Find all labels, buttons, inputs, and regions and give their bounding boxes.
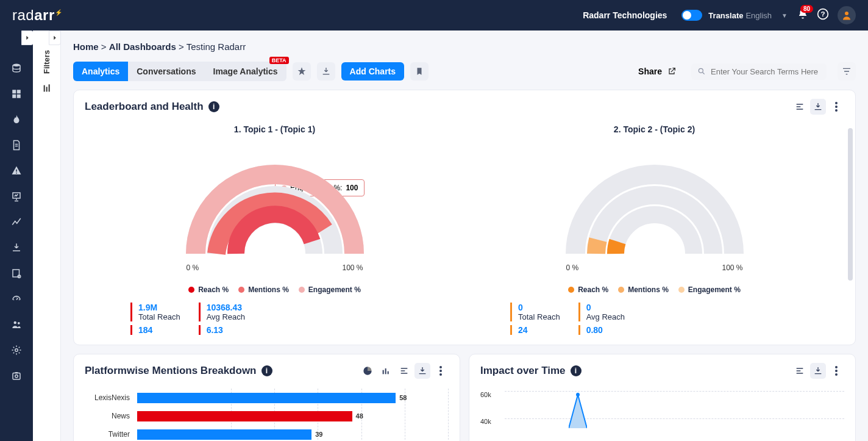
star-icon [297,66,307,76]
topic-2: 2. Topic 2 - (Topic 2) 0 %100 [464,124,844,335]
org-name[interactable]: Radarr Technologies [583,10,667,20]
svg-point-27 [835,106,838,108]
tab-row: Analytics Conversations Image Analytics … [73,62,856,81]
tab-analytics[interactable]: Analytics [73,62,128,81]
legend-2: Reach % Mentions % Engagement % [464,285,844,294]
tab-conversations[interactable]: Conversations [128,62,204,81]
nav-present-icon[interactable] [10,190,23,203]
help-button[interactable]: ? [817,8,829,23]
nav-analytics-icon[interactable] [10,216,23,228]
svg-rect-19 [13,373,20,380]
bar-button[interactable] [378,363,394,379]
expand-nav-button[interactable] [21,30,34,45]
gauge-1 [85,144,464,260]
impact-card: Impact over Time i 60k40k [469,354,856,441]
search-input[interactable] [711,67,820,76]
nav-trending-icon[interactable] [10,113,23,126]
nav-download-icon[interactable] [10,242,23,254]
svg-text:?: ? [820,10,825,18]
nav-alerts-icon[interactable] [10,165,23,177]
nav-settings-icon[interactable] [10,344,23,356]
favorite-button[interactable] [293,62,311,81]
more-button[interactable] [828,363,844,379]
bookmark-icon [415,67,424,76]
tab-image-analytics[interactable]: Image Analytics BETA [205,62,286,81]
add-charts-button[interactable]: Add Charts [341,62,404,81]
notif-badge: 80 [800,5,813,13]
share-label: Share [638,66,662,76]
share-button[interactable]: Share [638,66,677,76]
lines-button[interactable] [396,363,412,379]
topbar: radarr⚡ Radarr Technologies Translate En… [0,0,868,30]
gauge-1-lo: 0 % [187,264,199,272]
search-icon [697,67,706,76]
card-download-button[interactable] [810,99,826,115]
svg-point-25 [699,68,703,73]
bar-row-lexisnexis: LexisNexis 58 [85,389,449,407]
info-icon[interactable]: i [261,365,272,376]
search-box[interactable] [691,63,827,80]
filter-button[interactable] [838,62,856,81]
info-icon[interactable]: i [208,101,219,112]
nav-doc-icon[interactable] [10,139,23,151]
svg-rect-7 [17,95,21,98]
translate-toggle[interactable] [681,10,702,21]
scrollbar[interactable] [848,128,853,281]
more-button[interactable] [433,363,449,379]
expand-filters-button[interactable] [49,30,61,45]
svg-rect-30 [385,368,386,374]
svg-rect-9 [16,173,17,174]
chevron-down-icon[interactable]: ▼ [781,12,788,19]
nav-data-icon[interactable] [10,62,23,74]
svg-point-13 [13,299,15,301]
chevron-right-icon [24,35,30,41]
svg-point-35 [835,366,838,368]
bar[interactable] [137,411,352,421]
svg-rect-5 [17,90,21,93]
avatar-button[interactable] [838,6,856,24]
impact-chart: 60k40k [469,382,855,441]
svg-rect-4 [12,90,16,93]
bars-icon[interactable] [42,84,52,96]
gauge-2-lo: 0 % [566,264,579,272]
nav-meter-icon[interactable] [10,293,23,305]
bar-row-news: News 48 [85,407,449,425]
bar[interactable] [137,429,311,440]
translate-label: Translate [708,11,743,20]
card-lines-button[interactable] [792,99,808,115]
logo[interactable]: radarr⚡ [12,7,62,24]
svg-point-20 [15,375,18,378]
pie-button[interactable] [360,363,375,379]
nav-dashboards-icon[interactable] [10,88,23,100]
tab-image-label: Image Analytics [213,66,278,76]
breadcrumb-home[interactable]: Home [73,41,99,52]
download-button[interactable] [810,363,826,379]
svg-rect-31 [388,371,389,375]
info-icon[interactable]: i [571,365,582,376]
bar[interactable] [137,393,396,403]
user-icon [841,10,852,21]
svg-point-16 [14,321,17,324]
ytick-60k: 60k [480,391,491,418]
breadcrumb-all[interactable]: All Dashboards [109,41,176,52]
nav-library-icon[interactable] [10,267,23,279]
svg-point-18 [15,349,18,352]
nav-camera-icon[interactable] [10,370,23,382]
svg-point-37 [835,373,838,376]
bar-row-twitter: Twitter 39 [85,425,449,441]
notifications-button[interactable]: 80 [797,9,808,22]
lines-button[interactable] [792,363,808,379]
left-nav [0,30,33,441]
topic-2-title: 2. Topic 2 - (Topic 2) [464,124,844,134]
language-select[interactable]: English [745,11,772,20]
topic-1: 1. Topic 1 - (Topic 1) [85,124,464,335]
bookmark-button[interactable] [410,62,429,81]
filters-rail: Filters [33,30,61,441]
gauge-2-hi: 100 % [722,264,742,272]
download-button[interactable] [317,62,335,81]
card-more-button[interactable] [828,99,844,115]
filters-label[interactable]: Filters [42,50,51,74]
download-button[interactable] [414,363,430,379]
nav-users-icon[interactable] [10,318,23,331]
gauge-1-hi: 100 % [342,264,363,272]
